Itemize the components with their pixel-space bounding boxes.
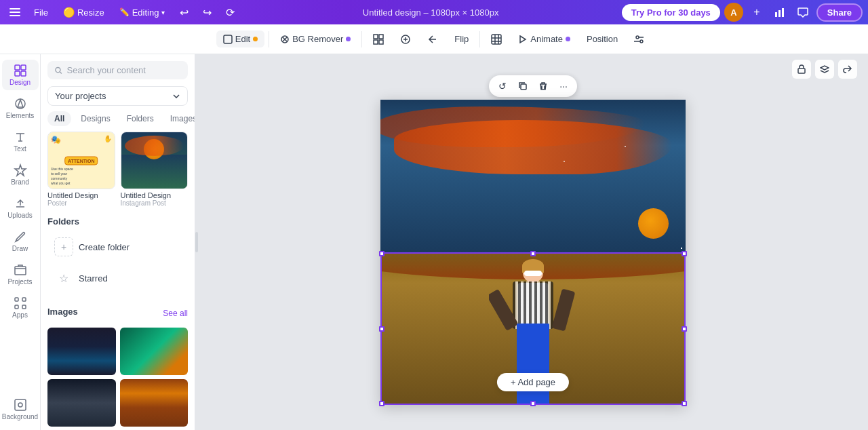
images-section: Images See all: [41, 301, 195, 430]
sidebar-label-draw: Draw: [12, 245, 28, 252]
editing-button[interactable]: ✏️ Editing ▾: [114, 5, 171, 20]
sidebar-item-text[interactable]: Text: [2, 126, 39, 157]
create-folder-item[interactable]: + Create folder: [47, 232, 188, 262]
add-page-button[interactable]: + Add page: [497, 373, 569, 391]
share-canvas-button[interactable]: [838, 60, 857, 79]
image-thumb-3[interactable]: [47, 379, 116, 427]
sidebar-label-uploads: Uploads: [7, 212, 33, 219]
sidebar-label-brand: Brand: [11, 178, 29, 186]
sidebar-label-design: Design: [9, 79, 31, 86]
edit-tool[interactable]: Edit: [216, 31, 264, 47]
svg-point-15: [636, 36, 639, 39]
chevron-down-icon: [172, 92, 180, 100]
svg-marker-22: [18, 100, 23, 107]
svg-rect-3: [775, 12, 777, 17]
sidebar-item-projects[interactable]: Projects: [2, 259, 39, 290]
starred-item[interactable]: ☆ Starred: [47, 263, 188, 293]
project-dropdown[interactable]: Your projects: [47, 86, 188, 106]
analytics-icon[interactable]: [770, 3, 789, 22]
svg-rect-4: [778, 10, 781, 17]
file-menu[interactable]: File: [28, 5, 54, 20]
folders-section: Folders + Create folder ☆ Starred: [41, 214, 195, 301]
duplicate-btn[interactable]: [515, 78, 531, 94]
delete-btn[interactable]: [535, 78, 551, 94]
filter-tab-all[interactable]: All: [47, 111, 71, 126]
search-icon: [54, 66, 63, 75]
transform-tool[interactable]: [420, 31, 445, 48]
menu-icon[interactable]: [5, 3, 24, 22]
sidebar-item-draw[interactable]: Draw: [2, 226, 39, 256]
folders-title: Folders: [47, 214, 188, 232]
svg-rect-23: [15, 267, 26, 275]
star-icon: ☆: [54, 269, 73, 288]
element-toolbar: ↺ ···: [489, 75, 577, 97]
filter-tabs: All Designs Folders Images: [41, 111, 195, 132]
image-thumb-4[interactable]: [120, 379, 189, 427]
redo-button[interactable]: ↪: [197, 3, 216, 22]
position-tool[interactable]: Position: [580, 31, 625, 47]
comments-icon[interactable]: [793, 3, 812, 22]
image-thumb-1[interactable]: [47, 328, 116, 375]
sidebar-label-apps: Apps: [12, 311, 28, 319]
design-item-2[interactable]: Untitled Design Instagram Post: [121, 132, 189, 207]
sync-icon[interactable]: ⟳: [220, 3, 239, 22]
divider3: [479, 31, 480, 47]
rotate-btn[interactable]: ↺: [494, 78, 511, 94]
svg-rect-17: [15, 65, 20, 70]
sidebar-item-elements[interactable]: Elements: [2, 93, 39, 123]
canvas-area: ↺ ···: [198, 54, 868, 430]
image-thumb-2[interactable]: [120, 328, 189, 375]
svg-point-30: [56, 67, 60, 72]
svg-rect-27: [22, 305, 26, 309]
svg-rect-26: [15, 305, 18, 309]
resize-button[interactable]: 🟡 Resize: [58, 4, 110, 20]
search-input[interactable]: [67, 65, 181, 75]
flip-tool[interactable]: Flip: [448, 31, 475, 47]
svg-rect-9: [379, 35, 383, 39]
filter-tab-images[interactable]: Images: [163, 111, 195, 126]
divider2: [361, 31, 362, 47]
try-pro-button[interactable]: Try Pro for 30 days: [622, 4, 720, 21]
svg-rect-18: [21, 65, 26, 70]
see-all-link[interactable]: See all: [163, 309, 188, 318]
plus-icon: +: [54, 237, 73, 256]
sidebar-item-apps[interactable]: Apps: [2, 292, 39, 323]
add-button[interactable]: +: [747, 3, 766, 22]
crop-tool[interactable]: [393, 31, 418, 48]
sidebar-item-uploads[interactable]: Uploads: [2, 193, 39, 223]
svg-rect-1: [9, 12, 20, 13]
svg-rect-5: [782, 8, 784, 17]
svg-rect-32: [521, 84, 526, 90]
svg-rect-2: [9, 15, 20, 16]
filter-tab-folders[interactable]: Folders: [120, 111, 161, 126]
avatar[interactable]: A: [724, 3, 743, 22]
designs-section: ATTENTION Use this spaceto sell yourcomm…: [41, 132, 195, 214]
sidebar-item-background[interactable]: Background: [2, 394, 39, 425]
svg-marker-14: [520, 36, 526, 43]
images-title: Images: [47, 304, 78, 322]
svg-rect-31: [798, 69, 805, 73]
sidebar-label-text: Text: [14, 145, 26, 153]
sidebar-label-elements: Elements: [6, 112, 35, 119]
adjust-tool[interactable]: [627, 31, 652, 48]
svg-rect-10: [374, 40, 378, 44]
document-title: Untitled design – 1080px × 1080px: [363, 7, 499, 18]
sidebar-label-projects: Projects: [7, 278, 32, 286]
filter-tab-designs[interactable]: Designs: [74, 111, 117, 126]
undo-button[interactable]: ↩: [174, 3, 193, 22]
design-item-1[interactable]: ATTENTION Use this spaceto sell yourcomm…: [47, 132, 115, 207]
grid-tool[interactable]: [366, 31, 391, 48]
sidebar-item-brand[interactable]: Brand: [2, 159, 39, 190]
svg-point-29: [18, 403, 22, 407]
layers-button[interactable]: [815, 60, 834, 79]
share-button[interactable]: Share: [816, 3, 863, 22]
sidebar-item-design[interactable]: Design: [2, 60, 39, 90]
animate-tool[interactable]: Animate: [511, 31, 577, 47]
pattern-tool[interactable]: [484, 31, 509, 48]
bg-remover-tool[interactable]: BG Remover: [273, 31, 357, 47]
more-options-btn[interactable]: ···: [555, 78, 572, 94]
svg-rect-20: [21, 71, 26, 76]
svg-rect-24: [15, 298, 18, 301]
svg-rect-0: [9, 8, 20, 9]
lock-button[interactable]: [792, 60, 811, 79]
